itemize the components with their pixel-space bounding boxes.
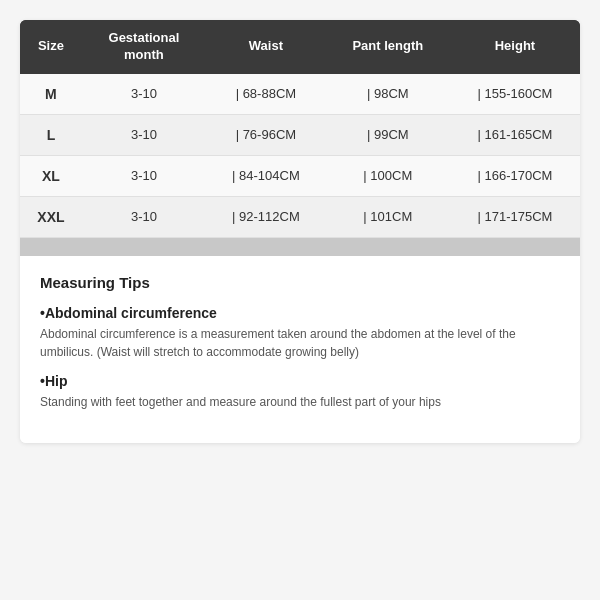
main-container: Size Gestationalmonth Waist Pant length … — [20, 20, 580, 443]
col-header-gestational: Gestationalmonth — [82, 20, 206, 74]
tip-body-0: Abdominal circumference is a measurement… — [40, 325, 560, 361]
cell-size: XL — [20, 155, 82, 196]
tip-item-1: •Hip Standing with feet together and mea… — [40, 373, 560, 411]
size-table: Size Gestationalmonth Waist Pant length … — [20, 20, 580, 238]
tips-section: Measuring Tips •Abdominal circumference … — [20, 256, 580, 443]
cell-pant: | 99CM — [326, 114, 450, 155]
cell-gestational: 3-10 — [82, 114, 206, 155]
table-row: XL 3-10 | 84-104CM | 100CM | 166-170CM — [20, 155, 580, 196]
cell-size: M — [20, 74, 82, 115]
cell-height: | 166-170CM — [450, 155, 580, 196]
cell-gestational: 3-10 — [82, 196, 206, 237]
cell-height: | 155-160CM — [450, 74, 580, 115]
cell-pant: | 100CM — [326, 155, 450, 196]
tip-item-0: •Abdominal circumference Abdominal circu… — [40, 305, 560, 361]
cell-waist: | 76-96CM — [206, 114, 326, 155]
cell-pant: | 98CM — [326, 74, 450, 115]
table-footer-bar — [20, 238, 580, 256]
tips-title: Measuring Tips — [40, 274, 560, 291]
col-header-waist: Waist — [206, 20, 326, 74]
col-header-pant: Pant length — [326, 20, 450, 74]
cell-waist: | 92-112CM — [206, 196, 326, 237]
cell-gestational: 3-10 — [82, 74, 206, 115]
cell-height: | 171-175CM — [450, 196, 580, 237]
table-row: XXL 3-10 | 92-112CM | 101CM | 171-175CM — [20, 196, 580, 237]
tip-heading-0: •Abdominal circumference — [40, 305, 560, 321]
cell-size: XXL — [20, 196, 82, 237]
table-row: M 3-10 | 68-88CM | 98CM | 155-160CM — [20, 74, 580, 115]
cell-size: L — [20, 114, 82, 155]
col-header-size: Size — [20, 20, 82, 74]
cell-waist: | 84-104CM — [206, 155, 326, 196]
tip-heading-1: •Hip — [40, 373, 560, 389]
tip-body-1: Standing with feet together and measure … — [40, 393, 560, 411]
col-header-height: Height — [450, 20, 580, 74]
cell-height: | 161-165CM — [450, 114, 580, 155]
cell-waist: | 68-88CM — [206, 74, 326, 115]
table-row: L 3-10 | 76-96CM | 99CM | 161-165CM — [20, 114, 580, 155]
cell-pant: | 101CM — [326, 196, 450, 237]
cell-gestational: 3-10 — [82, 155, 206, 196]
